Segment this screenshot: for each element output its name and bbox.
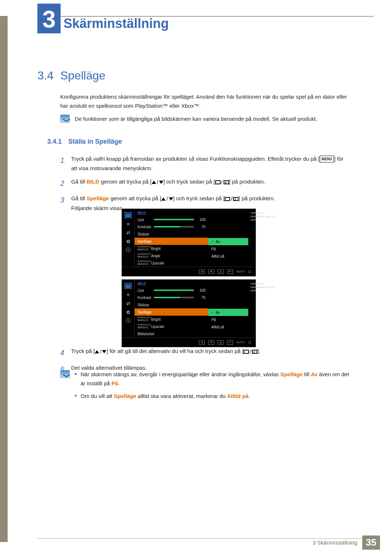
- nb1-b: till: [303, 371, 311, 377]
- nav-up-icon: ▴: [218, 340, 224, 345]
- nav-down-icon: ▾: [208, 340, 214, 345]
- nb1-d: .: [118, 380, 119, 386]
- osd-icon-column: ▭ ≡ ⇄ ✿ ⓘ: [122, 280, 135, 337]
- nav-down-icon: ▾: [208, 270, 214, 274]
- osd-option-pa: På: [208, 245, 248, 253]
- nav-power-icon: [248, 270, 251, 273]
- osd-label: Kontrast: [138, 225, 151, 229]
- nav-up-icon: ▴: [218, 270, 224, 274]
- step-number: 3: [60, 194, 66, 213]
- updown-icon: /: [152, 177, 163, 187]
- note-bottom: När skärmen stängs av, övergår i energis…: [60, 370, 351, 404]
- osd-options: Av På Alltid på: [208, 280, 248, 337]
- list-icon: ≡: [124, 221, 132, 227]
- nav-enter-icon: ↵: [227, 340, 233, 345]
- step2-bold: BILD: [87, 178, 99, 185]
- section-title: Spelläge: [60, 69, 106, 82]
- osd-row-magic-bright: SAMSUNGMAGICBright: [135, 316, 208, 323]
- menu-icon: MENU: [320, 156, 334, 163]
- nb2-b: alltid ska vara aktiverat, markerar du: [136, 393, 227, 399]
- info-icon: ⓘ: [124, 247, 132, 253]
- osd-option-pa: På: [208, 316, 248, 323]
- step2-a: Gå till: [71, 178, 87, 185]
- section-number: 3.4: [37, 69, 53, 82]
- subsection-number: 3.4.1: [47, 138, 62, 145]
- picture-icon: ▭: [124, 283, 132, 289]
- step3-c: ] och tryck sedan på [: [173, 195, 225, 201]
- osd-heading: BILD: [135, 280, 208, 287]
- note-bottom-1: När skärmen stängs av, övergår i energis…: [75, 370, 351, 388]
- osd-icon-column: ▭ ≡ ⇄ ✿ ⓘ: [122, 209, 135, 267]
- osd-option-av: Av: [208, 238, 248, 245]
- gear-icon: ✿: [124, 238, 132, 245]
- step2-d: ] på produkten.: [229, 178, 265, 185]
- osd-label: Bright: [151, 247, 160, 251]
- osd-row-magic-upscale: SAMSUNGMAGICUpscale: [135, 323, 208, 330]
- osd-value: 75: [197, 296, 205, 300]
- step4-b: ] för att gå till det alternativ du vill…: [106, 348, 244, 354]
- note-icon: [60, 370, 70, 378]
- osd-row-spellage: Spelläge: [135, 238, 208, 245]
- note-icon: [60, 115, 70, 123]
- osd-hint: Optimerar bildinställningar för spel.: [248, 280, 277, 337]
- osd-screenshot-1: ▭ ≡ ⇄ ✿ ⓘ BILD Ljus 100 Kontrast: [122, 209, 256, 276]
- updown-icon: /: [95, 347, 106, 356]
- step3-d: ] på produkten.: [238, 195, 275, 201]
- osd-row-ljus: Ljus 100: [135, 216, 208, 223]
- nb1-bold2: Av: [311, 371, 318, 377]
- subsection-title: Ställa in Spelläge: [68, 138, 122, 145]
- step-1: 1 Tryck på valfri knapp på framsidan av …: [60, 154, 351, 173]
- osd-label: Upscale: [151, 325, 164, 329]
- step-number: 2: [60, 177, 66, 189]
- osd-value: 100: [197, 288, 205, 292]
- osd-row-magic-upscale: SAMSUNGMAGICUpscale: [135, 259, 208, 267]
- arrows-icon: ⇄: [124, 300, 132, 307]
- osd-row-kontrast: Kontrast 75: [135, 223, 208, 230]
- osd-row-magic-angle: SAMSUNGMAGICAngle: [135, 252, 208, 259]
- osd-row-kontrast: Kontrast 75: [135, 294, 208, 301]
- osd-nav-bar: ◂ ▾ ▴ ↵ AUTO: [122, 267, 256, 276]
- osd-screenshot-2: ▭ ≡ ⇄ ✿ ⓘ BILD Ljus 100 Kontrast: [122, 279, 256, 347]
- steps: 1 Tryck på valfri knapp på framsidan av …: [60, 154, 351, 217]
- note-bottom-2: Om du vill att Spelläge alltid ska vara …: [75, 392, 351, 401]
- nb2-c: .: [249, 393, 250, 399]
- page-number: 35: [362, 535, 380, 550]
- osd-option-alltid: Alltid på: [208, 323, 248, 331]
- footer-chapter-label: 3 Skärminställning: [313, 539, 358, 546]
- osd-row-spellage: Spelläge: [135, 308, 208, 316]
- nav-enter-icon: ↵: [227, 270, 233, 274]
- nb2-bold1: Spelläge: [114, 393, 136, 399]
- chapter-title: Skärminställning: [64, 16, 169, 31]
- osd-label: Skärpa: [138, 303, 205, 307]
- note-top-text: De funktioner som är tillgängliga på bil…: [75, 115, 317, 123]
- osd-label: Spelläge: [138, 239, 205, 243]
- osd-label: Upscale: [151, 262, 164, 266]
- nav-auto: AUTO: [237, 341, 245, 344]
- nb2-bold2: Alltid på: [227, 393, 249, 399]
- osd-label: Bright: [151, 318, 160, 322]
- osd-label: Kontrast: [138, 296, 151, 300]
- select-enter-icon: /: [244, 347, 257, 356]
- step3-bold: Spelläge: [87, 195, 109, 201]
- side-bar: [0, 16, 8, 542]
- step4-a: Tryck på [: [71, 348, 95, 354]
- osd-row-ljus: Ljus 100: [135, 287, 208, 294]
- nb2-a: Om du vill att: [81, 393, 114, 399]
- nb1-bold1: Spelläge: [280, 371, 303, 377]
- osd-label: Angle: [151, 254, 160, 258]
- step2-b: genom att trycka på [: [99, 178, 152, 185]
- step-4: 4 Tryck på [/] för att gå till det alter…: [60, 346, 351, 359]
- nb1-a: När skärmen stängs av, övergår i energis…: [81, 371, 280, 377]
- osd-row-bildstorlek: Bildstorlek: [135, 330, 208, 337]
- select-enter-icon: /: [215, 177, 229, 187]
- nb1-bold3: På: [111, 380, 118, 386]
- nav-left-icon: ◂: [199, 270, 205, 274]
- select-enter-icon: /: [225, 194, 238, 204]
- step2-c: ] och tryck sedan på [: [163, 178, 215, 185]
- section-intro: Konfigurera produktens skärminställninga…: [60, 93, 351, 111]
- osd-nav-bar: ◂ ▾ ▴ ↵ AUTO: [122, 337, 256, 347]
- osd-value: 100: [197, 218, 205, 222]
- osd-options: Av På Alltid på: [208, 209, 248, 267]
- chapter-number: 3: [37, 4, 61, 33]
- osd-row-skarpa: Skärpa: [135, 230, 208, 238]
